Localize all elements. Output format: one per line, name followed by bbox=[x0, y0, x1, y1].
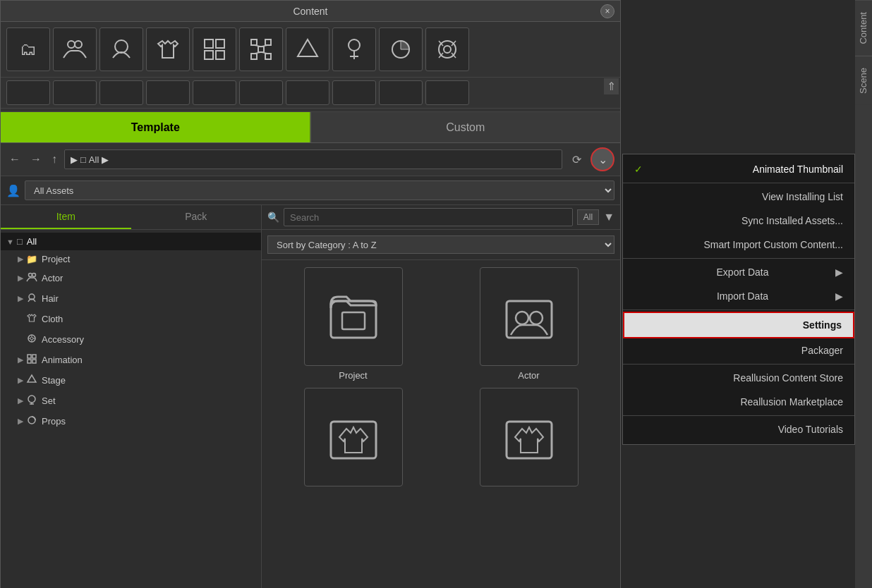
export-data-arrow-icon: ▶ bbox=[835, 267, 843, 278]
dropdown-item-content-store[interactable]: Reallusion Content Store bbox=[623, 366, 854, 390]
head-icon-btn[interactable] bbox=[99, 27, 143, 71]
dropdown-item-view-installing[interactable]: View Installing List bbox=[623, 185, 854, 209]
dropdown-item-export-data[interactable]: Export Data ▶ bbox=[623, 260, 854, 284]
tree-arrow-props: ▶ bbox=[18, 417, 23, 426]
tree-item-cloth[interactable]: ▶ Cloth bbox=[1, 309, 261, 329]
tree-item-set[interactable]: ▶ Set bbox=[1, 391, 261, 411]
tree-item-actor[interactable]: ▶ Actor bbox=[1, 268, 261, 288]
animated-thumbnail-label: Animated Thumbnail bbox=[753, 164, 843, 175]
dropdown-item-sync-installed[interactable]: Sync Installed Assets... bbox=[623, 209, 854, 233]
side-tab-content[interactable]: Content bbox=[855, 0, 872, 56]
svg-rect-8 bbox=[265, 39, 271, 45]
collapse-button[interactable]: ⇑ bbox=[604, 78, 619, 94]
dropdown-icon: ⌄ bbox=[598, 153, 607, 166]
sep-4 bbox=[623, 364, 854, 365]
asset-filter-dropdown[interactable]: All Assets bbox=[25, 180, 614, 200]
empty-slot-1 bbox=[6, 80, 50, 105]
tree-item-accessory[interactable]: ▶ Accessory bbox=[1, 329, 261, 350]
tree-item-stage[interactable]: ▶ Stage bbox=[1, 370, 261, 391]
nav-path-all-label: All bbox=[89, 154, 99, 165]
nav-path-folder-icon: □ bbox=[80, 154, 86, 165]
tree-label-project: Project bbox=[42, 254, 70, 264]
close-button[interactable]: × bbox=[600, 4, 614, 18]
back-button[interactable]: ← bbox=[6, 152, 23, 167]
grid-thumb-actor bbox=[480, 267, 579, 366]
grid-label-actor: Actor bbox=[518, 370, 539, 381]
tree-arrow-stage: ▶ bbox=[18, 376, 23, 385]
nav-bar: ← → ↑ ▶ □ All ▶ ⟳ ⌄ bbox=[1, 143, 620, 176]
svg-rect-37 bbox=[28, 355, 31, 358]
svg-point-0 bbox=[68, 41, 75, 48]
dropdown-item-smart-import[interactable]: Smart Import Custom Content... bbox=[623, 233, 854, 257]
tab-template[interactable]: Template bbox=[1, 112, 310, 142]
settings-label: Settings bbox=[803, 319, 842, 331]
svg-rect-6 bbox=[216, 51, 224, 59]
user-icon: 👤 bbox=[6, 184, 20, 197]
tree-label-cloth: Cloth bbox=[42, 314, 63, 324]
landscape-icon-btn[interactable] bbox=[286, 27, 329, 71]
dropdown-button[interactable]: ⌄ bbox=[591, 147, 614, 171]
svg-point-29 bbox=[32, 274, 36, 277]
video-tutorials-label: Video Tutorials bbox=[778, 424, 843, 435]
view-installing-label: View Installing List bbox=[762, 191, 843, 202]
dropdown-item-marketplace[interactable]: Reallusion Marketplace bbox=[623, 390, 854, 414]
tree-icon-hair bbox=[26, 292, 37, 305]
network-icon-btn[interactable] bbox=[239, 27, 283, 71]
grid-item-actor[interactable]: Actor bbox=[444, 267, 613, 381]
grid-item-project[interactable]: Project bbox=[269, 267, 437, 381]
nav-path-arrow-icon: ▶ bbox=[71, 154, 78, 165]
dropdown-item-animated-thumbnail[interactable]: ✓ Animated Thumbnail bbox=[623, 157, 854, 181]
toolbar-row-2 bbox=[1, 78, 620, 109]
folder-icon-btn[interactable]: 🗂 bbox=[6, 27, 50, 71]
tree-area: ▼ □ All ▶ 📁 Project ▶ bbox=[1, 230, 261, 588]
shirt-icon-btn[interactable] bbox=[146, 27, 190, 71]
tree-item-animation[interactable]: ▶ Animation bbox=[1, 350, 261, 370]
grid-thumb-project bbox=[304, 267, 403, 366]
grid-item-cloth1[interactable] bbox=[269, 388, 437, 491]
tree-item-hair[interactable]: ▶ Hair bbox=[1, 288, 261, 309]
grid-item-cloth2[interactable] bbox=[444, 388, 613, 491]
toolbar-row-1: 🗂 bbox=[1, 22, 620, 78]
grid-area: Project Actor bbox=[262, 260, 620, 588]
svg-rect-10 bbox=[251, 54, 257, 59]
tree-icon-animation bbox=[26, 353, 37, 367]
tree-icon-btn[interactable] bbox=[332, 27, 376, 71]
svg-line-12 bbox=[254, 45, 261, 47]
svg-rect-3 bbox=[205, 39, 213, 48]
actors-icon-btn[interactable] bbox=[53, 27, 97, 71]
sync-installed-label: Sync Installed Assets... bbox=[741, 215, 843, 226]
tree-icon-accessory bbox=[26, 333, 37, 346]
tree-item-props[interactable]: ▶ Props bbox=[1, 411, 261, 431]
all-filter-button[interactable]: All bbox=[577, 209, 599, 225]
tree-label-props: Props bbox=[42, 416, 66, 427]
film-icon-btn[interactable] bbox=[425, 27, 469, 71]
pie-chart-icon-btn[interactable] bbox=[379, 27, 423, 71]
up-button[interactable]: ↑ bbox=[49, 152, 60, 167]
sep-1 bbox=[623, 183, 854, 183]
filter-icon-button[interactable]: ▼ bbox=[603, 211, 614, 223]
dropdown-item-settings[interactable]: Settings bbox=[623, 312, 854, 338]
tab-custom[interactable]: Custom bbox=[310, 112, 621, 142]
tree-arrow-actor: ▶ bbox=[18, 274, 23, 283]
right-pane: 🔍 All ▼ Sort by Category : A to Z bbox=[262, 205, 620, 588]
search-input[interactable] bbox=[284, 208, 573, 226]
svg-point-18 bbox=[349, 39, 360, 51]
refresh-button[interactable]: ⟳ bbox=[567, 149, 586, 169]
dropdown-item-video-tutorials[interactable]: Video Tutorials bbox=[623, 417, 854, 441]
tab-item[interactable]: Item bbox=[1, 205, 131, 229]
sort-dropdown[interactable]: Sort by Category : A to Z bbox=[267, 235, 614, 254]
tree-item-all[interactable]: ▼ □ All bbox=[1, 233, 261, 250]
side-tab-scene[interactable]: Scene bbox=[855, 56, 872, 105]
packager-label: Packager bbox=[801, 345, 843, 356]
svg-point-1 bbox=[75, 41, 82, 48]
tree-label-set: Set bbox=[42, 396, 56, 406]
dropdown-item-import-data[interactable]: Import Data ▶ bbox=[623, 284, 854, 308]
tree-item-project[interactable]: ▶ 📁 Project bbox=[1, 250, 261, 268]
tab-pack[interactable]: Pack bbox=[131, 205, 262, 229]
dropdown-item-packager[interactable]: Packager bbox=[623, 338, 854, 362]
tree-arrow-set: ▶ bbox=[18, 396, 23, 405]
table-icon-btn[interactable] bbox=[193, 27, 236, 71]
tree-icon-cloth bbox=[26, 312, 37, 326]
forward-button[interactable]: → bbox=[28, 152, 44, 167]
svg-marker-16 bbox=[298, 39, 317, 56]
